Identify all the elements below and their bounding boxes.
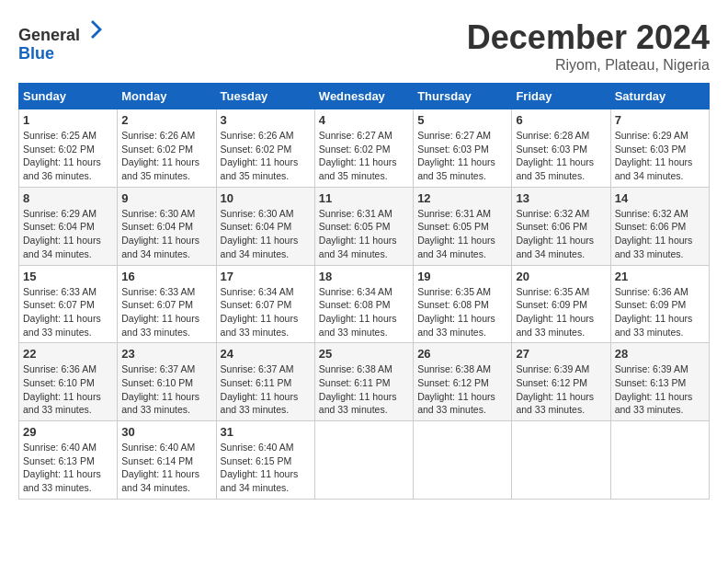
day-cell: 28Sunrise: 6:39 AM Sunset: 6:13 PM Dayli…: [610, 343, 709, 421]
day-info: Sunrise: 6:37 AM Sunset: 6:11 PM Dayligh…: [221, 362, 311, 417]
day-info: Sunrise: 6:26 AM Sunset: 6:02 PM Dayligh…: [221, 129, 311, 183]
day-number: 24: [221, 347, 311, 361]
day-cell: 16Sunrise: 6:33 AM Sunset: 6:07 PM Dayli…: [118, 265, 216, 343]
day-info: Sunrise: 6:26 AM Sunset: 6:02 PM Dayligh…: [121, 129, 211, 183]
day-info: Sunrise: 6:29 AM Sunset: 6:03 PM Dayligh…: [615, 129, 705, 183]
header-day-monday: Monday: [118, 84, 216, 109]
day-cell: 4Sunrise: 6:27 AM Sunset: 6:02 PM Daylig…: [314, 109, 413, 188]
header-day-tuesday: Tuesday: [216, 84, 314, 109]
day-number: 18: [319, 270, 409, 283]
day-cell: 25Sunrise: 6:38 AM Sunset: 6:11 PM Dayli…: [314, 343, 413, 421]
day-cell: 17Sunrise: 6:34 AM Sunset: 6:07 PM Dayli…: [216, 265, 314, 343]
title-area: December 2024 Riyom, Plateau, Nigeria: [467, 18, 710, 74]
day-cell: 1Sunrise: 6:25 AM Sunset: 6:02 PM Daylig…: [19, 109, 118, 188]
calendar-body: 1Sunrise: 6:25 AM Sunset: 6:02 PM Daylig…: [19, 109, 710, 500]
day-number: 5: [417, 113, 507, 127]
day-number: 20: [516, 270, 606, 283]
header-day-wednesday: Wednesday: [314, 84, 413, 109]
day-cell: 22Sunrise: 6:36 AM Sunset: 6:10 PM Dayli…: [19, 343, 118, 421]
day-info: Sunrise: 6:31 AM Sunset: 6:05 PM Dayligh…: [417, 207, 507, 261]
day-cell: 15Sunrise: 6:33 AM Sunset: 6:07 PM Dayli…: [19, 265, 118, 343]
day-info: Sunrise: 6:30 AM Sunset: 6:04 PM Dayligh…: [221, 207, 311, 261]
day-number: 9: [121, 191, 211, 205]
logo-blue-text: Blue: [18, 44, 54, 63]
day-info: Sunrise: 6:37 AM Sunset: 6:10 PM Dayligh…: [121, 362, 211, 417]
header: General Blue December 2024 Riyom, Platea…: [18, 18, 710, 74]
day-cell: [610, 421, 709, 500]
day-number: 19: [417, 270, 507, 283]
day-cell: 13Sunrise: 6:32 AM Sunset: 6:06 PM Dayli…: [512, 187, 610, 265]
day-cell: 24Sunrise: 6:37 AM Sunset: 6:11 PM Dayli…: [216, 343, 314, 421]
day-cell: 12Sunrise: 6:31 AM Sunset: 6:05 PM Dayli…: [414, 187, 512, 265]
day-info: Sunrise: 6:27 AM Sunset: 6:02 PM Dayligh…: [319, 129, 409, 183]
day-cell: 6Sunrise: 6:28 AM Sunset: 6:03 PM Daylig…: [512, 109, 610, 188]
day-cell: 21Sunrise: 6:36 AM Sunset: 6:09 PM Dayli…: [610, 265, 709, 343]
logo-icon: [82, 18, 104, 40]
day-info: Sunrise: 6:35 AM Sunset: 6:08 PM Dayligh…: [417, 285, 507, 339]
day-number: 6: [516, 113, 606, 127]
day-info: Sunrise: 6:32 AM Sunset: 6:06 PM Dayligh…: [516, 207, 606, 261]
header-day-sunday: Sunday: [19, 84, 118, 109]
logo-general-text: General: [18, 26, 80, 44]
day-number: 15: [23, 270, 113, 283]
day-info: Sunrise: 6:40 AM Sunset: 6:13 PM Dayligh…: [23, 441, 113, 495]
day-info: Sunrise: 6:32 AM Sunset: 6:06 PM Dayligh…: [615, 207, 705, 261]
header-day-thursday: Thursday: [414, 84, 512, 109]
day-info: Sunrise: 6:28 AM Sunset: 6:03 PM Dayligh…: [516, 129, 606, 183]
day-number: 29: [23, 425, 113, 439]
day-info: Sunrise: 6:29 AM Sunset: 6:04 PM Dayligh…: [23, 207, 113, 261]
day-info: Sunrise: 6:36 AM Sunset: 6:09 PM Dayligh…: [615, 285, 705, 339]
day-info: Sunrise: 6:38 AM Sunset: 6:12 PM Dayligh…: [417, 362, 507, 417]
day-cell: 8Sunrise: 6:29 AM Sunset: 6:04 PM Daylig…: [19, 187, 118, 265]
day-info: Sunrise: 6:34 AM Sunset: 6:07 PM Dayligh…: [221, 285, 311, 339]
day-cell: 26Sunrise: 6:38 AM Sunset: 6:12 PM Dayli…: [414, 343, 512, 421]
day-info: Sunrise: 6:39 AM Sunset: 6:12 PM Dayligh…: [516, 362, 606, 417]
day-cell: 9Sunrise: 6:30 AM Sunset: 6:04 PM Daylig…: [118, 187, 216, 265]
day-number: 11: [319, 191, 409, 205]
day-info: Sunrise: 6:35 AM Sunset: 6:09 PM Dayligh…: [516, 285, 606, 339]
month-title: December 2024: [467, 18, 710, 57]
calendar-header: SundayMondayTuesdayWednesdayThursdayFrid…: [19, 84, 710, 109]
day-info: Sunrise: 6:31 AM Sunset: 6:05 PM Dayligh…: [319, 207, 409, 261]
day-cell: 11Sunrise: 6:31 AM Sunset: 6:05 PM Dayli…: [314, 187, 413, 265]
day-info: Sunrise: 6:36 AM Sunset: 6:10 PM Dayligh…: [23, 362, 113, 417]
header-day-friday: Friday: [512, 84, 610, 109]
day-cell: 29Sunrise: 6:40 AM Sunset: 6:13 PM Dayli…: [19, 421, 118, 500]
location: Riyom, Plateau, Nigeria: [467, 57, 710, 74]
day-number: 30: [121, 425, 211, 439]
day-number: 25: [319, 347, 409, 361]
day-number: 12: [417, 191, 507, 205]
day-number: 28: [615, 347, 705, 361]
day-number: 8: [23, 191, 113, 205]
day-cell: 10Sunrise: 6:30 AM Sunset: 6:04 PM Dayli…: [216, 187, 314, 265]
week-row-1: 1Sunrise: 6:25 AM Sunset: 6:02 PM Daylig…: [19, 109, 710, 188]
svg-marker-0: [91, 20, 102, 39]
week-row-2: 8Sunrise: 6:29 AM Sunset: 6:04 PM Daylig…: [19, 187, 710, 265]
day-number: 3: [221, 113, 311, 127]
day-info: Sunrise: 6:38 AM Sunset: 6:11 PM Dayligh…: [319, 362, 409, 417]
day-number: 1: [23, 113, 113, 127]
day-number: 4: [319, 113, 409, 127]
week-row-5: 29Sunrise: 6:40 AM Sunset: 6:13 PM Dayli…: [19, 421, 710, 500]
day-number: 22: [23, 347, 113, 361]
day-cell: 31Sunrise: 6:40 AM Sunset: 6:15 PM Dayli…: [216, 421, 314, 500]
day-number: 27: [516, 347, 606, 361]
day-number: 21: [615, 270, 705, 283]
day-cell: 2Sunrise: 6:26 AM Sunset: 6:02 PM Daylig…: [118, 109, 216, 188]
day-cell: 27Sunrise: 6:39 AM Sunset: 6:12 PM Dayli…: [512, 343, 610, 421]
day-cell: 14Sunrise: 6:32 AM Sunset: 6:06 PM Dayli…: [610, 187, 709, 265]
day-number: 26: [417, 347, 507, 361]
day-number: 17: [221, 270, 311, 283]
day-cell: 5Sunrise: 6:27 AM Sunset: 6:03 PM Daylig…: [414, 109, 512, 188]
day-number: 7: [615, 113, 705, 127]
day-number: 23: [121, 347, 211, 361]
week-row-3: 15Sunrise: 6:33 AM Sunset: 6:07 PM Dayli…: [19, 265, 710, 343]
calendar: SundayMondayTuesdayWednesdayThursdayFrid…: [18, 83, 710, 500]
day-info: Sunrise: 6:40 AM Sunset: 6:15 PM Dayligh…: [221, 441, 311, 495]
day-info: Sunrise: 6:33 AM Sunset: 6:07 PM Dayligh…: [121, 285, 211, 339]
header-row: SundayMondayTuesdayWednesdayThursdayFrid…: [19, 84, 710, 109]
day-info: Sunrise: 6:39 AM Sunset: 6:13 PM Dayligh…: [615, 362, 705, 417]
day-cell: 3Sunrise: 6:26 AM Sunset: 6:02 PM Daylig…: [216, 109, 314, 188]
day-cell: 30Sunrise: 6:40 AM Sunset: 6:14 PM Dayli…: [118, 421, 216, 500]
day-number: 14: [615, 191, 705, 205]
